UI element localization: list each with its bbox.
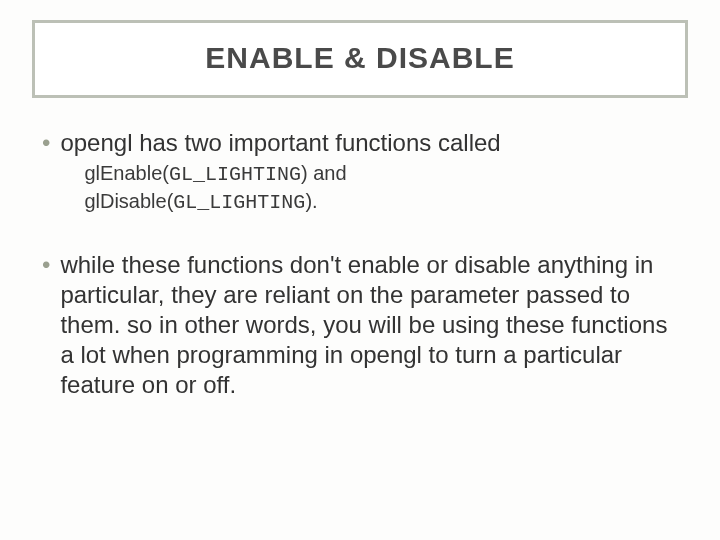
bullet-1-line1: opengl has two important functions calle…	[60, 128, 678, 158]
slide: ENABLE & DISABLE • opengl has two import…	[0, 0, 720, 540]
bullet-2-text: while these functions don't enable or di…	[60, 250, 678, 400]
bullet-dot-icon: •	[42, 128, 50, 158]
bullet-1-sub: glEnable(GL_LIGHTING) and glDisable(GL_L…	[84, 160, 678, 216]
slide-title: ENABLE & DISABLE	[45, 41, 675, 75]
title-box: ENABLE & DISABLE	[32, 20, 688, 98]
bullet-2: • while these functions don't enable or …	[42, 250, 678, 400]
bullet-dot-icon: •	[42, 250, 50, 280]
bullet-1: • opengl has two important functions cal…	[42, 128, 678, 216]
slide-body: • opengl has two important functions cal…	[42, 128, 678, 434]
